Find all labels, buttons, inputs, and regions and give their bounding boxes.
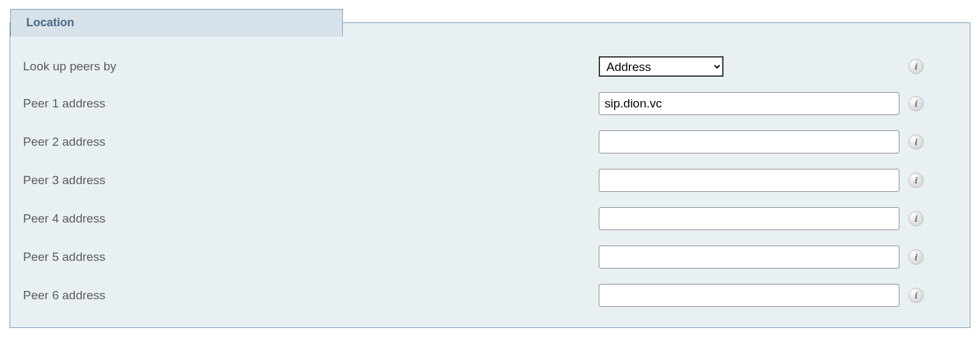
- lookup-select[interactable]: Address: [599, 56, 723, 77]
- peer-1-label: Peer 1 address: [23, 97, 599, 111]
- peer-4-label: Peer 4 address: [23, 212, 599, 226]
- lookup-control: Address: [599, 56, 899, 77]
- section-title: Location: [10, 9, 343, 36]
- peer-row-6: Peer 6 address i: [23, 276, 957, 315]
- peer-3-label: Peer 3 address: [23, 173, 599, 187]
- peer-3-input[interactable]: [599, 169, 899, 192]
- peer-row-1: Peer 1 address i: [23, 84, 957, 123]
- peer-6-label: Peer 6 address: [23, 288, 599, 302]
- info-icon[interactable]: i: [908, 249, 924, 265]
- info-icon[interactable]: i: [908, 96, 924, 111]
- location-section: Location Look up peers by Address i Peer…: [10, 22, 970, 328]
- peer-5-label: Peer 5 address: [23, 250, 599, 264]
- peer-2-label: Peer 2 address: [23, 135, 599, 149]
- lookup-label: Look up peers by: [23, 59, 599, 74]
- peer-4-input[interactable]: [599, 207, 899, 230]
- lookup-row: Look up peers by Address i: [23, 49, 957, 84]
- peer-row-2: Peer 2 address i: [23, 123, 957, 161]
- peer-1-input[interactable]: [599, 92, 899, 115]
- peer-row-5: Peer 5 address i: [23, 238, 957, 276]
- info-icon[interactable]: i: [908, 134, 924, 150]
- peer-6-input[interactable]: [599, 284, 899, 307]
- info-icon[interactable]: i: [908, 288, 924, 303]
- peer-5-input[interactable]: [599, 246, 899, 269]
- info-icon[interactable]: i: [908, 59, 924, 74]
- info-icon[interactable]: i: [908, 211, 924, 226]
- peer-row-4: Peer 4 address i: [23, 199, 957, 238]
- peer-2-input[interactable]: [599, 130, 899, 153]
- peer-row-3: Peer 3 address i: [23, 161, 957, 199]
- info-icon[interactable]: i: [908, 173, 924, 188]
